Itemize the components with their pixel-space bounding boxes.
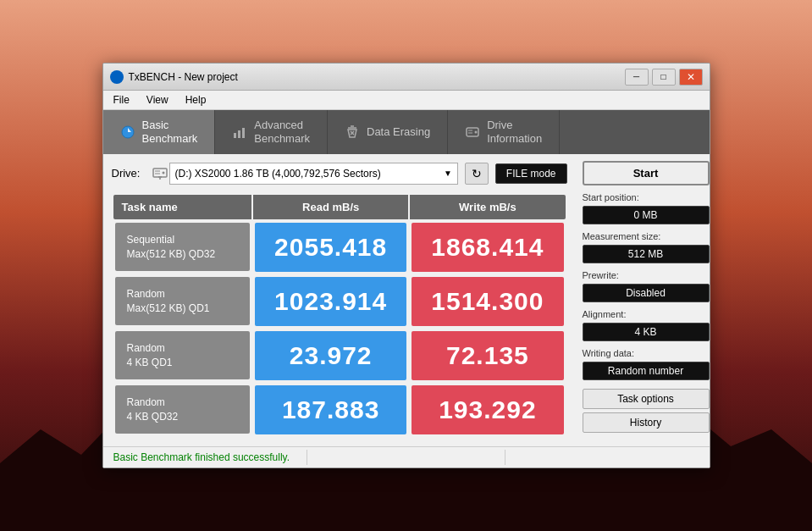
- table-row: Random4 KB QD32 187.883 193.292: [113, 384, 566, 436]
- tab-data-erasing[interactable]: Data Erasing: [328, 110, 448, 153]
- tab-drive-information[interactable]: Drive Information: [448, 110, 560, 153]
- tab-drive-information-label: Drive Information: [487, 119, 542, 145]
- status-message: Basic Benchmark finished successfully.: [110, 450, 308, 465]
- start-position-label: Start position:: [583, 192, 710, 202]
- status-segment-3: [505, 450, 703, 465]
- close-button[interactable]: ✕: [679, 69, 703, 86]
- menu-bar: File View Help: [103, 91, 710, 110]
- tab-basic-benchmark[interactable]: Basic Benchmark: [103, 110, 216, 153]
- drive-select-icon: [152, 168, 168, 180]
- tab-bar: Basic Benchmark Advanced Benchmark: [103, 110, 710, 153]
- write-value-random-4k-qd32: 193.292: [412, 385, 563, 434]
- drive-information-icon: [465, 124, 480, 140]
- main-window: TxBENCH - New project ─ □ ✕ File View He…: [102, 63, 710, 467]
- tab-advanced-benchmark[interactable]: Advanced Benchmark: [215, 110, 328, 153]
- tab-data-erasing-label: Data Erasing: [367, 125, 430, 139]
- measurement-size-label: Measurement size:: [583, 231, 710, 241]
- read-value-random-4k-qd1: 23.972: [255, 331, 406, 380]
- col-write: Write mB/s: [410, 195, 565, 219]
- data-erasing-icon: [345, 124, 360, 140]
- window-controls: ─ □ ✕: [625, 69, 703, 86]
- drive-row: Drive: (D:) XS2000 1.86 TB (4,000,792,57…: [112, 163, 567, 185]
- prewrite-label: Prewrite:: [583, 270, 710, 280]
- read-value-random-512: 1023.914: [255, 277, 406, 326]
- maximize-button[interactable]: □: [652, 69, 676, 86]
- read-value-random-4k-qd32: 187.883: [255, 385, 406, 434]
- prewrite-value: Disabled: [583, 284, 710, 302]
- svg-rect-4: [242, 128, 245, 138]
- side-panel: Start Start position: 0 MB Measurement s…: [576, 154, 710, 446]
- task-options-button[interactable]: Task options: [583, 389, 710, 409]
- tab-basic-benchmark-label: Basic Benchmark: [142, 119, 198, 145]
- file-mode-button[interactable]: FILE mode: [495, 163, 567, 184]
- write-value-random-4k-qd1: 72.135: [412, 331, 563, 380]
- alignment-value: 4 KB: [583, 323, 710, 341]
- task-name-random-4k-qd32: Random4 KB QD32: [115, 385, 251, 434]
- col-read: Read mB/s: [253, 195, 408, 219]
- measurement-size-value: 512 MB: [583, 245, 710, 263]
- main-content: Drive: (D:) XS2000 1.86 TB (4,000,792,57…: [103, 154, 576, 446]
- status-segment-2: [307, 450, 505, 465]
- svg-rect-11: [153, 169, 167, 177]
- history-button[interactable]: History: [583, 412, 710, 433]
- menu-help[interactable]: Help: [182, 92, 210, 108]
- minimize-button[interactable]: ─: [625, 69, 649, 86]
- table-row: RandomMax(512 KB) QD1 1023.914 1514.300: [113, 275, 566, 328]
- content-wrapper: Drive: (D:) XS2000 1.86 TB (4,000,792,57…: [103, 154, 710, 446]
- col-task-name: Task name: [113, 195, 252, 219]
- dropdown-arrow-icon: ▼: [444, 169, 452, 178]
- app-icon: [110, 70, 124, 84]
- task-name-random-512: RandomMax(512 KB) QD1: [115, 277, 251, 326]
- svg-rect-2: [234, 133, 236, 138]
- svg-point-8: [475, 131, 478, 134]
- alignment-label: Alignment:: [583, 309, 710, 319]
- basic-benchmark-icon: [120, 124, 135, 140]
- read-value-sequential: 2055.418: [255, 223, 406, 272]
- writing-data-value: Random number: [583, 362, 710, 380]
- refresh-button[interactable]: ↻: [465, 163, 489, 185]
- drive-select-value: (D:) XS2000 1.86 TB (4,000,792,576 Secto…: [175, 168, 381, 180]
- advanced-benchmark-icon: [232, 124, 247, 140]
- menu-file[interactable]: File: [110, 92, 133, 108]
- table-row: Random4 KB QD1 23.972 72.135: [113, 329, 566, 382]
- tab-advanced-benchmark-label: Advanced Benchmark: [254, 119, 310, 145]
- drive-dropdown[interactable]: (D:) XS2000 1.86 TB (4,000,792,576 Secto…: [169, 163, 458, 185]
- svg-rect-3: [238, 130, 240, 138]
- status-bar: Basic Benchmark finished successfully.: [103, 446, 710, 467]
- menu-view[interactable]: View: [143, 92, 172, 108]
- table-header-row: Task name Read mB/s Write mB/s: [113, 195, 566, 219]
- benchmark-table: Task name Read mB/s Write mB/s Sequentia…: [112, 193, 567, 438]
- start-position-value: 0 MB: [583, 206, 710, 224]
- task-name-random-4k-qd1: Random4 KB QD1: [115, 331, 251, 380]
- table-row: SequentialMax(512 KB) QD32 2055.418 1868…: [113, 221, 566, 274]
- content-area: Drive: (D:) XS2000 1.86 TB (4,000,792,57…: [103, 154, 576, 446]
- drive-label: Drive:: [112, 167, 146, 180]
- task-name-sequential: SequentialMax(512 KB) QD32: [115, 223, 251, 272]
- write-value-sequential: 1868.414: [412, 223, 563, 272]
- start-button[interactable]: Start: [583, 161, 710, 185]
- window-title: TxBENCH - New project: [129, 71, 625, 83]
- svg-point-12: [162, 171, 164, 174]
- title-bar: TxBENCH - New project ─ □ ✕: [103, 64, 710, 91]
- write-value-random-512: 1514.300: [412, 277, 563, 326]
- writing-data-label: Writing data:: [583, 348, 710, 358]
